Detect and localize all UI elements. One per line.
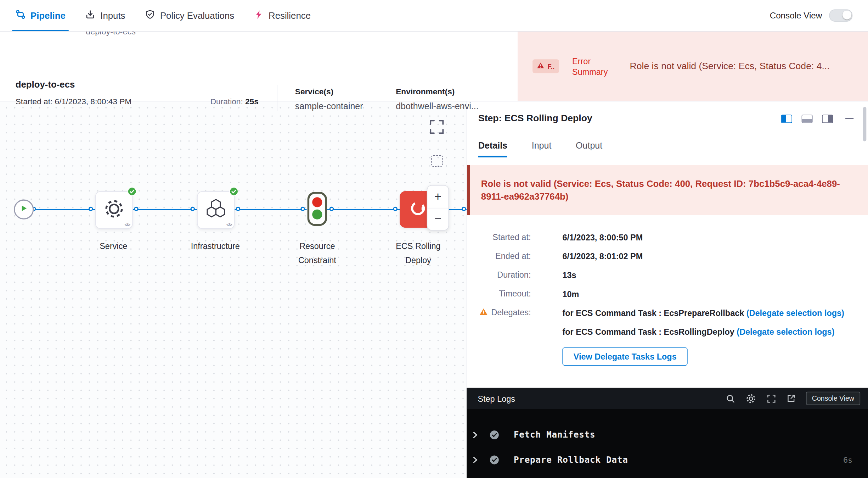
nav-tab-label: Inputs xyxy=(100,10,125,21)
toggle-knob-icon xyxy=(842,11,851,20)
step-logs-header: Step Logs Console View xyxy=(467,388,868,409)
start-node[interactable] xyxy=(14,200,34,219)
connector-dot xyxy=(300,207,305,211)
failed-badge-label: F.. xyxy=(547,62,554,70)
node-label: Infrastructure xyxy=(182,239,249,253)
canvas-fullscreen-icon[interactable] xyxy=(428,118,445,137)
console-view-toggle[interactable] xyxy=(829,10,853,22)
step-logs-console: Step Logs Console View xyxy=(467,388,868,478)
step-details-list: Started at: 6/1/2023, 8:00:50 PM Ended a… xyxy=(475,232,858,366)
chevron-right-icon[interactable] xyxy=(472,431,478,439)
environments-value[interactable]: dbothwell-aws-envi... xyxy=(396,101,478,111)
step-panel-title: Step: ECS Rolling Deploy xyxy=(478,113,592,124)
nav-tabs: Pipeline Inputs Policy Evaluations xyxy=(16,0,311,31)
log-step-name: Fetch Manifests xyxy=(514,430,595,440)
node-service[interactable]: </> xyxy=(95,191,133,229)
check-circle-icon xyxy=(489,455,499,465)
services-label: Service(s) xyxy=(295,87,333,96)
panel-scrollbar[interactable] xyxy=(863,107,866,141)
detail-value: 13s xyxy=(531,269,858,281)
nav-tab-label: Pipeline xyxy=(30,10,66,21)
delegates-label: Delegates: xyxy=(475,307,531,317)
nav-tab-label: Resilience xyxy=(269,10,311,21)
fullscreen-icon[interactable] xyxy=(767,394,776,403)
minimize-panel-icon[interactable] xyxy=(845,118,853,119)
marquee-select-icon[interactable] xyxy=(431,155,443,167)
nav-tab-policy-evaluations[interactable]: Policy Evaluations xyxy=(145,0,234,31)
node-resource-constraint[interactable] xyxy=(307,192,327,228)
edge-connector xyxy=(233,209,306,210)
connector-dot xyxy=(236,207,241,211)
zoom-in-button[interactable]: + xyxy=(427,185,448,207)
nav-tab-pipeline[interactable]: Pipeline xyxy=(16,0,66,31)
started-at: Started at: 6/1/2023, 8:00:43 PM xyxy=(16,97,131,106)
tab-output[interactable]: Output xyxy=(576,141,602,157)
duration: Duration:25s xyxy=(210,97,259,106)
tab-details[interactable]: Details xyxy=(478,141,507,157)
ecs-icon xyxy=(408,199,427,220)
traffic-light-icon xyxy=(307,218,327,228)
log-row[interactable]: Prepare Rollback Data 6s xyxy=(467,447,868,472)
settings-gear-icon[interactable] xyxy=(745,393,756,404)
clipped-scrolled-text: deploy-to-ecs xyxy=(86,32,136,36)
connector-dot xyxy=(329,207,334,211)
pipeline-icon xyxy=(16,10,26,22)
log-step-name: Prepare Rollback Data xyxy=(514,455,628,465)
services-value[interactable]: sample-container xyxy=(295,101,363,111)
connector-dot xyxy=(134,207,139,211)
panel-layout-controls xyxy=(781,115,854,123)
log-step-duration: 6s xyxy=(843,455,852,464)
failed-badge: F.. xyxy=(532,59,559,73)
zoom-controls: + − xyxy=(427,185,449,230)
console-view-control: Console View xyxy=(770,10,853,22)
step-logs-title: Step Logs xyxy=(478,394,515,403)
pane-left-layout-icon[interactable] xyxy=(781,115,792,123)
chevron-right-icon[interactable] xyxy=(472,456,478,463)
nav-tab-inputs[interactable]: Inputs xyxy=(85,0,125,31)
execution-header: deploy-to-ecs Started at: 6/1/2023, 8:00… xyxy=(0,32,868,101)
node-label: Service xyxy=(80,239,147,253)
environments-label: Environment(s) xyxy=(396,87,455,96)
log-row[interactable]: Fetch Manifests xyxy=(467,422,868,447)
step-details-panel: Step: ECS Rolling Deploy Details Input O… xyxy=(467,101,868,388)
edge-connector xyxy=(327,209,400,210)
view-delegate-tasks-logs-button[interactable]: View Delegate Tasks Logs xyxy=(563,348,688,366)
delegate-row: for ECS Command Task : EcsPrepareRollbac… xyxy=(531,307,858,319)
edge-connector xyxy=(34,209,95,210)
tab-input[interactable]: Input xyxy=(532,141,552,157)
pipeline-canvas[interactable]: </> Service </> Infrastructure xyxy=(0,101,467,478)
pane-right-layout-icon[interactable] xyxy=(822,115,833,123)
node-infrastructure[interactable]: </> xyxy=(197,191,235,229)
detail-value: 6/1/2023, 8:00:50 PM xyxy=(531,232,858,243)
detail-label: Ended at: xyxy=(475,250,531,260)
nav-tab-resilience[interactable]: Resilience xyxy=(254,0,311,31)
gear-icon xyxy=(103,198,125,222)
console-view-button[interactable]: Console View xyxy=(806,392,860,405)
page: Pipeline Inputs Policy Evaluations xyxy=(0,0,868,478)
detail-value: 10m xyxy=(531,288,858,300)
success-badge-icon xyxy=(229,187,239,199)
delegate-selection-logs-link[interactable]: (Delegate selection logs) xyxy=(746,308,844,318)
detail-label: Started at: xyxy=(475,232,531,241)
node-label: ECS Rolling Deploy xyxy=(387,239,450,267)
warning-triangle-icon xyxy=(480,307,488,317)
external-link-icon[interactable] xyxy=(787,394,795,403)
zoom-out-button[interactable]: − xyxy=(427,207,448,230)
delegate-row: for ECS Command Task : EcsRollingDeploy … xyxy=(531,326,858,338)
step-panel-tabs: Details Input Output xyxy=(467,124,868,157)
pane-bottom-layout-icon[interactable] xyxy=(802,115,813,123)
shield-check-icon xyxy=(145,10,155,22)
edge-connector xyxy=(132,209,197,210)
error-summary-strip: F.. Error Summary Role is not valid (Ser… xyxy=(518,32,868,101)
log-rows: Fetch Manifests Prepare Rollback Data 6s xyxy=(467,409,868,472)
hexagons-icon xyxy=(204,197,228,223)
header-divider xyxy=(277,85,277,111)
detail-value: 6/1/2023, 8:01:02 PM xyxy=(531,250,858,262)
error-summary-label: Error Summary xyxy=(572,56,616,77)
check-circle-icon xyxy=(489,430,499,440)
search-icon[interactable] xyxy=(726,394,735,403)
delegate-selection-logs-link[interactable]: (Delegate selection logs) xyxy=(737,327,834,337)
code-icon: </> xyxy=(124,222,130,227)
play-icon xyxy=(19,204,28,215)
resilience-icon xyxy=(254,10,264,21)
